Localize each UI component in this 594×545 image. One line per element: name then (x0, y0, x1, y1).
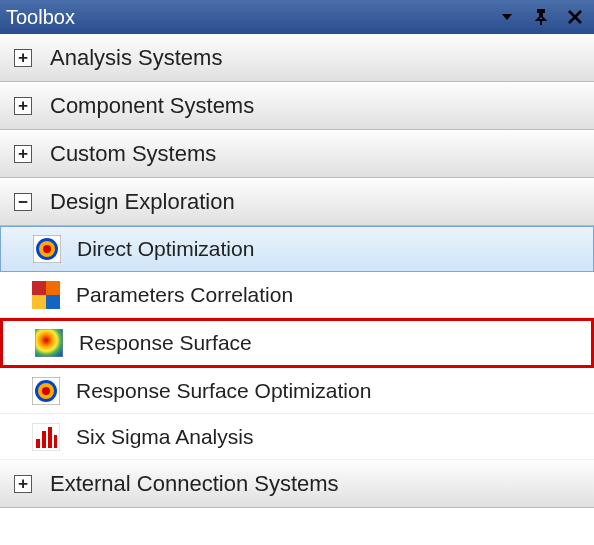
target-icon (33, 235, 61, 263)
svg-rect-16 (48, 427, 52, 448)
svg-point-12 (42, 387, 50, 395)
expand-icon: + (14, 145, 32, 163)
svg-rect-5 (46, 281, 60, 295)
group-external-connection[interactable]: + External Connection Systems (0, 460, 594, 508)
item-label: Six Sigma Analysis (76, 425, 253, 449)
group-analysis-systems[interactable]: + Analysis Systems (0, 34, 594, 82)
group-custom-systems[interactable]: + Custom Systems (0, 130, 594, 178)
svg-rect-7 (46, 295, 60, 309)
panel-title: Toolbox (6, 6, 486, 29)
group-label: Custom Systems (50, 141, 216, 167)
svg-rect-6 (32, 295, 46, 309)
close-icon[interactable] (562, 4, 588, 30)
toolbox-panel: Toolbox + Analysis Systems + Component S… (0, 0, 594, 545)
group-label: External Connection Systems (50, 471, 339, 497)
titlebar: Toolbox (0, 0, 594, 34)
group-design-exploration[interactable]: − Design Exploration (0, 178, 594, 226)
item-label: Response Surface Optimization (76, 379, 371, 403)
item-response-surface[interactable]: Response Surface (0, 318, 594, 368)
surface-icon (35, 329, 63, 357)
svg-rect-17 (54, 435, 57, 448)
pin-icon[interactable] (528, 4, 554, 30)
bars-icon (32, 423, 60, 451)
svg-rect-14 (36, 439, 40, 448)
heatmap-icon (32, 281, 60, 309)
dropdown-icon[interactable] (494, 4, 520, 30)
item-parameters-correlation[interactable]: Parameters Correlation (0, 272, 594, 318)
expand-icon: + (14, 475, 32, 493)
item-six-sigma[interactable]: Six Sigma Analysis (0, 414, 594, 460)
item-label: Response Surface (79, 331, 252, 355)
group-label: Design Exploration (50, 189, 235, 215)
svg-point-3 (43, 245, 51, 253)
item-response-surface-optimization[interactable]: Response Surface Optimization (0, 368, 594, 414)
target-icon (32, 377, 60, 405)
svg-rect-8 (35, 329, 63, 357)
expand-icon: + (14, 97, 32, 115)
group-label: Analysis Systems (50, 45, 222, 71)
item-label: Direct Optimization (77, 237, 254, 261)
group-component-systems[interactable]: + Component Systems (0, 82, 594, 130)
svg-rect-4 (32, 281, 46, 295)
svg-rect-15 (42, 431, 46, 448)
group-label: Component Systems (50, 93, 254, 119)
collapse-icon: − (14, 193, 32, 211)
expand-icon: + (14, 49, 32, 67)
item-direct-optimization[interactable]: Direct Optimization (0, 226, 594, 272)
item-label: Parameters Correlation (76, 283, 293, 307)
